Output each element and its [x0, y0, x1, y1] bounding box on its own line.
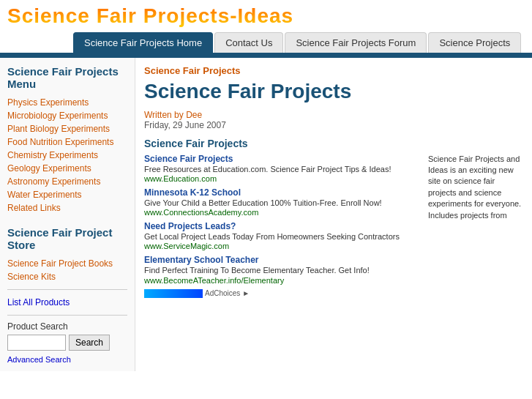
- sidebar-link-chemistry[interactable]: Chemistry Experiments: [7, 149, 127, 162]
- header: Science Fair Projects-Ideas Science Fair…: [0, 0, 532, 55]
- sidebar-link-kits[interactable]: Science Kits: [7, 270, 127, 283]
- author-label: Written by Dee: [144, 110, 523, 120]
- sidebar-link-physics[interactable]: Physics Experiments: [7, 96, 127, 109]
- date-label: Friday, 29 June 2007: [144, 120, 523, 130]
- sidebar-divider-2: [7, 315, 127, 316]
- ad-url-2: www.ServiceMagic.com: [144, 242, 422, 250]
- search-input[interactable]: [7, 335, 66, 351]
- tab-contact[interactable]: Contact Us: [214, 32, 283, 53]
- ad-desc-1: Give Your Child a Better Education 100% …: [144, 198, 422, 208]
- ad-choices-label: AdChoices: [205, 289, 240, 297]
- ad-block-2: Need Projects Leads? Get Local Project L…: [144, 221, 422, 250]
- logo-text: Science Fair Projects-Ideas: [7, 4, 293, 27]
- content-title: Science Fair Projects: [144, 79, 523, 104]
- tab-science-projects[interactable]: Science Projects: [428, 32, 521, 53]
- sidebar-link-geology[interactable]: Geology Experiments: [7, 162, 127, 175]
- search-button[interactable]: Search: [69, 335, 110, 351]
- sidebar: Science Fair Projects Menu Physics Exper…: [0, 58, 135, 371]
- sidebar-link-microbiology[interactable]: Microbiology Experiments: [7, 109, 127, 122]
- ad-sidebar-text: Science Fair Projects and Ideas is an ex…: [428, 154, 523, 298]
- author-date-block: Written by Dee Friday, 29 June 2007: [144, 110, 523, 130]
- nav-tabs: Science Fair Projects Home Contact Us Sc…: [7, 32, 525, 53]
- logo: Science Fair Projects-Ideas: [7, 4, 293, 28]
- sidebar-link-food[interactable]: Food Nutrition Experiments: [7, 135, 127, 149]
- ad-title-1[interactable]: Minnesota K-12 School: [144, 187, 422, 198]
- ad-links: Science Fair Projects Free Resources at …: [144, 154, 422, 298]
- ad-title-2[interactable]: Need Projects Leads?: [144, 221, 422, 231]
- main-layout: Science Fair Projects Menu Physics Exper…: [0, 58, 532, 371]
- tab-forum[interactable]: Science Fair Projects Forum: [285, 32, 427, 53]
- ad-area: Science Fair Projects Free Resources at …: [144, 154, 523, 298]
- list-all-products-link[interactable]: List All Products: [7, 296, 127, 309]
- product-search-label: Product Search: [7, 321, 127, 332]
- menu-title: Science Fair Projects Menu: [7, 65, 127, 90]
- ad-url-1: www.ConnectionsAcademy.com: [144, 208, 422, 217]
- tab-home[interactable]: Science Fair Projects Home: [73, 32, 213, 53]
- ad-choices-arrow: ►: [242, 289, 250, 297]
- ad-block-1: Minnesota K-12 School Give Your Child a …: [144, 187, 422, 217]
- ad-url-3: www.BecomeATeacher.info/Elementary: [144, 276, 422, 285]
- ad-desc-2: Get Local Project Leads Today From Homeo…: [144, 231, 422, 242]
- ad-url-0: www.Education.com: [144, 174, 422, 183]
- sidebar-link-plant[interactable]: Plant Biology Experiments: [7, 122, 127, 135]
- search-row: Search: [7, 335, 127, 351]
- content-section-label: Science Fair Projects: [144, 65, 523, 76]
- ad-title-3[interactable]: Elementary School Teacher: [144, 255, 422, 265]
- sidebar-divider: [7, 289, 127, 290]
- ad-title-0[interactable]: Science Fair Projects: [144, 154, 422, 164]
- ad-desc-3: Find Perfect Training To Become Elementa…: [144, 265, 422, 275]
- sidebar-link-related[interactable]: Related Links: [7, 201, 127, 215]
- sidebar-link-water[interactable]: Water Experiments: [7, 188, 127, 201]
- advanced-search-link[interactable]: Advanced Search: [7, 355, 127, 364]
- sidebar-link-astronomy[interactable]: Astronomy Experiments: [7, 175, 127, 188]
- projects-heading: Science Fair Projects: [144, 138, 523, 149]
- store-title: Science Fair Project Store: [7, 226, 127, 251]
- ad-bar: [144, 289, 203, 298]
- ad-block-0: Science Fair Projects Free Resources at …: [144, 154, 422, 183]
- ad-desc-0: Free Resources at Education.com. Science…: [144, 164, 422, 174]
- ad-choices: AdChoices ►: [144, 289, 422, 298]
- sidebar-link-books[interactable]: Science Fair Project Books: [7, 257, 127, 270]
- ad-block-3: Elementary School Teacher Find Perfect T…: [144, 255, 422, 284]
- content: Science Fair Projects Science Fair Proje…: [135, 58, 532, 371]
